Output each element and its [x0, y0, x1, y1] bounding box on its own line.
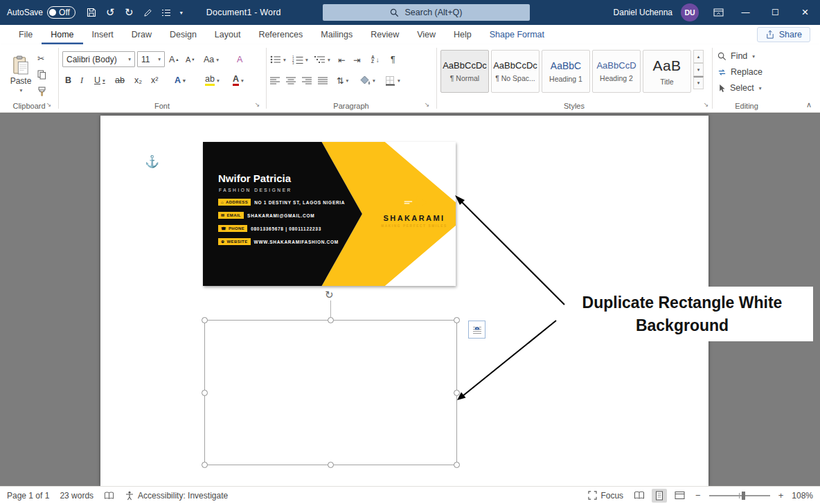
- style-title[interactable]: AaB Title: [643, 50, 691, 93]
- redo-button[interactable]: ↻: [120, 3, 139, 22]
- select-button[interactable]: Select ▾: [718, 83, 762, 93]
- word-count[interactable]: 23 words: [60, 491, 93, 501]
- zoom-percentage[interactable]: 108%: [792, 491, 813, 501]
- bold-button[interactable]: B: [65, 72, 71, 89]
- chevron-down-icon: ▾: [328, 57, 330, 63]
- style-no-spacing[interactable]: AaBbCcDc ¶ No Spac...: [491, 50, 540, 93]
- align-left-button[interactable]: [270, 72, 280, 89]
- superscript-button[interactable]: x²: [151, 72, 158, 89]
- avatar[interactable]: DU: [681, 3, 699, 21]
- share-button[interactable]: Share: [757, 27, 810, 42]
- email-icon: ✉: [221, 213, 224, 217]
- multilevel-list-button[interactable]: ▾: [314, 51, 330, 68]
- align-right-button[interactable]: [302, 72, 312, 89]
- collapse-ribbon-button[interactable]: ∧: [806, 100, 812, 109]
- autosave-toggle[interactable]: Off: [47, 6, 75, 19]
- borders-button[interactable]: ▾: [385, 72, 400, 89]
- bullets-button[interactable]: ▾: [270, 51, 286, 68]
- style-sample: AaBbCcDc: [443, 60, 487, 71]
- style-normal[interactable]: AaBbCcDc ¶ Normal: [440, 50, 489, 93]
- clear-formatting-button[interactable]: A: [237, 51, 242, 68]
- subscript-button[interactable]: x₂: [134, 72, 142, 89]
- zoom-slider[interactable]: [709, 495, 770, 496]
- zoom-in-button[interactable]: +: [778, 490, 784, 501]
- chevron-down-icon: ▾: [759, 85, 762, 91]
- grow-font-button[interactable]: A▴: [169, 51, 179, 68]
- close-button[interactable]: ×: [790, 0, 820, 25]
- user-name[interactable]: Daniel Uchenna: [614, 8, 672, 17]
- focus-icon: [588, 491, 597, 500]
- line-spacing-button[interactable]: ⇅▾: [337, 72, 348, 89]
- tab-home[interactable]: Home: [42, 25, 82, 44]
- replace-label: Replace: [731, 67, 763, 77]
- highlight-color-button[interactable]: ab▾: [205, 72, 220, 89]
- strikethrough-button[interactable]: ab: [115, 72, 125, 89]
- style-heading-2[interactable]: AaBbCcD Heading 2: [592, 50, 641, 93]
- title-bar: AutoSave Off ↺ ↻ ▾ Document1 - Word Se: [0, 0, 820, 25]
- sort-button[interactable]: AZ ↓: [371, 51, 380, 68]
- proofing-button[interactable]: [104, 491, 114, 501]
- web-layout-button[interactable]: [672, 489, 687, 503]
- text-effects-button[interactable]: A▾: [175, 72, 186, 89]
- replace-icon: [718, 68, 727, 77]
- shrink-font-button[interactable]: A▾: [186, 51, 195, 68]
- editor-pen-button[interactable]: [139, 3, 157, 22]
- justify-button[interactable]: [318, 72, 328, 89]
- increase-indent-button[interactable]: ⇥: [353, 51, 360, 68]
- tab-draw[interactable]: Draw: [123, 25, 161, 44]
- page-indicator[interactable]: Page 1 of 1: [7, 491, 49, 501]
- style-gallery-up-button[interactable]: ▴: [693, 50, 704, 63]
- zoom-out-button[interactable]: −: [695, 490, 701, 501]
- tab-layout[interactable]: Layout: [206, 25, 250, 44]
- minimize-button[interactable]: —: [731, 0, 760, 25]
- tab-references[interactable]: References: [249, 25, 312, 44]
- style-gallery-more-button[interactable]: ▾: [693, 76, 704, 89]
- chevron-down-icon: ▾: [128, 56, 131, 62]
- ribbon-display-options-button[interactable]: [706, 0, 731, 25]
- underline-button[interactable]: U▾: [94, 72, 105, 89]
- search-input[interactable]: Search (Alt+Q): [323, 4, 530, 21]
- tab-mailings[interactable]: Mailings: [312, 25, 362, 44]
- save-button[interactable]: [82, 3, 101, 22]
- copy-button[interactable]: [37, 66, 46, 83]
- tab-shape-format[interactable]: Shape Format: [481, 25, 553, 44]
- group-separator: [712, 48, 713, 109]
- undo-button[interactable]: ↺: [101, 3, 120, 22]
- font-color-button[interactable]: A▾: [233, 72, 244, 89]
- find-button[interactable]: Find ▾: [718, 51, 755, 61]
- align-center-button[interactable]: [286, 72, 296, 89]
- change-case-button[interactable]: Aa▾: [204, 51, 219, 68]
- font-size-value: 11: [141, 55, 150, 64]
- contact-badge: ⊕WEBSITE: [218, 238, 251, 245]
- customize-qat-button[interactable]: ▾: [176, 3, 187, 22]
- read-mode-button[interactable]: [632, 489, 647, 503]
- font-family-select[interactable]: Calibri (Body) ▾: [62, 51, 135, 67]
- tab-help[interactable]: Help: [445, 25, 481, 44]
- italic-button[interactable]: I: [80, 72, 83, 89]
- format-painter-button[interactable]: [37, 83, 46, 100]
- replace-button[interactable]: Replace: [718, 67, 763, 77]
- shading-button[interactable]: ▾: [360, 72, 375, 89]
- decrease-indent-button[interactable]: ⇤: [338, 51, 345, 68]
- font-group-label: Font: [58, 102, 266, 110]
- bulleted-list-button[interactable]: [157, 3, 176, 22]
- print-layout-button[interactable]: [652, 489, 667, 503]
- tab-view[interactable]: View: [408, 25, 445, 44]
- tab-file[interactable]: File: [10, 25, 42, 44]
- cut-button[interactable]: ✂: [37, 50, 44, 66]
- zoom-slider-thumb[interactable]: [742, 492, 745, 500]
- focus-button[interactable]: Focus: [588, 491, 623, 501]
- tab-review[interactable]: Review: [362, 25, 408, 44]
- show-paragraph-marks-button[interactable]: ¶: [391, 51, 395, 68]
- font-size-select[interactable]: 11 ▾: [137, 51, 165, 67]
- style-heading-1[interactable]: AaBbC Heading 1: [542, 50, 590, 93]
- accessibility-checker[interactable]: Accessibility: Investigate: [125, 491, 228, 501]
- maximize-button[interactable]: ☐: [760, 0, 790, 25]
- numbering-button[interactable]: 123 ▾: [292, 51, 308, 68]
- tab-design[interactable]: Design: [161, 25, 206, 44]
- format-painter-icon: [37, 87, 46, 97]
- autosave-control[interactable]: AutoSave Off: [0, 6, 82, 19]
- paste-button[interactable]: Paste ▾: [6, 50, 36, 98]
- style-gallery-down-button[interactable]: ▾: [693, 63, 704, 76]
- tab-insert[interactable]: Insert: [83, 25, 123, 44]
